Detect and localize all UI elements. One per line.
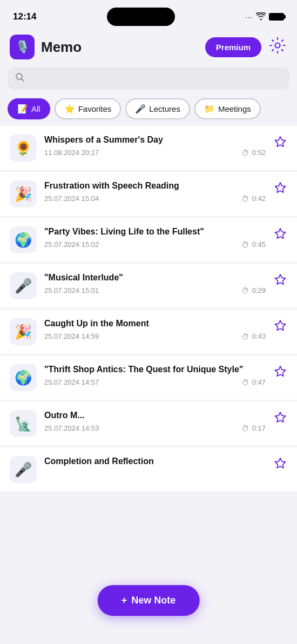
list-item[interactable]: 🌍 "Party Vibes: Living Life to the Fulle… xyxy=(0,218,297,263)
list-item[interactable]: 🎤 Completion and Reflection xyxy=(0,447,297,492)
dynamic-island xyxy=(107,8,175,26)
star-button[interactable] xyxy=(273,364,287,381)
list-item[interactable]: 🎉 Caught Up in the Moment 25.07.2024 14:… xyxy=(0,310,297,354)
clock-icon: ⏱ xyxy=(241,332,249,341)
svg-line-2 xyxy=(22,79,24,82)
star-button[interactable] xyxy=(273,180,287,198)
clock-icon: ⏱ xyxy=(241,286,249,295)
star-button[interactable] xyxy=(273,410,287,427)
filter-tabs: 📝 All ⭐ Favorites 🎤 Lectures 📁 Meetings xyxy=(0,95,297,126)
note-date: 25.07.2024 15:04 xyxy=(44,194,238,203)
new-note-label: New Note xyxy=(131,595,176,606)
clock-icon: ⏱ xyxy=(241,194,249,203)
clock-icon: ⏱ xyxy=(241,378,249,387)
note-meta: 11.08.2024 20:17 ⏱ 0:52 xyxy=(44,149,266,157)
star-button[interactable] xyxy=(273,135,287,152)
note-emoji: 🎉 xyxy=(10,318,37,345)
tab-all-label: All xyxy=(31,104,40,113)
status-icons: ··· xyxy=(245,12,284,22)
tab-favorites[interactable]: ⭐ Favorites xyxy=(55,98,122,119)
note-meta: 25.07.2024 14:57 ⏱ 0:47 xyxy=(44,378,266,387)
note-date: 25.07.2024 14:59 xyxy=(44,332,238,340)
star-button[interactable] xyxy=(273,272,287,290)
notes-list: 🌻 Whispers of a Summer's Day 11.08.2024 … xyxy=(0,126,297,547)
note-duration: 0:43 xyxy=(252,332,266,340)
note-title: Outro M... xyxy=(44,410,266,421)
signal-icon: ··· xyxy=(245,13,253,21)
search-container xyxy=(0,67,297,95)
list-item[interactable]: 🌻 Whispers of a Summer's Day 11.08.2024 … xyxy=(0,126,297,171)
note-duration: 0:45 xyxy=(252,240,266,249)
tab-meetings[interactable]: 📁 Meetings xyxy=(194,98,261,119)
note-duration: 0:47 xyxy=(252,378,266,386)
app-logo: 🎙️ xyxy=(10,35,35,59)
search-bar xyxy=(8,67,289,90)
note-body: "Thrift Shop Antics: The Quest for Uniqu… xyxy=(44,364,266,387)
new-note-icon: + xyxy=(122,595,127,606)
note-emoji: 🗽 xyxy=(10,410,37,437)
note-body: Outro M... 25.07.2024 14:53 ⏱ 0:17 xyxy=(44,410,266,433)
list-item[interactable]: 🎉 Frustration with Speech Reading 25.07.… xyxy=(0,172,297,217)
note-emoji: 🎤 xyxy=(10,272,37,299)
note-meta: 25.07.2024 14:53 ⏱ 0:17 xyxy=(44,424,266,433)
tab-favorites-emoji: ⭐ xyxy=(64,104,75,114)
note-date: 25.07.2024 15:01 xyxy=(44,286,238,294)
note-emoji: 🌻 xyxy=(10,135,37,162)
star-button[interactable] xyxy=(273,226,287,244)
tab-meetings-label: Meetings xyxy=(218,104,251,113)
note-body: "Party Vibes: Living Life to the Fullest… xyxy=(44,226,266,249)
logo-emoji: 🎙️ xyxy=(15,40,30,54)
clock-icon: ⏱ xyxy=(241,424,249,433)
note-body: Caught Up in the Moment 25.07.2024 14:59… xyxy=(44,318,266,341)
note-body: "Musical Interlude" 25.07.2024 15:01 ⏱ 0… xyxy=(44,272,266,295)
tab-all-emoji: 📝 xyxy=(17,104,28,114)
note-meta: 25.07.2024 14:59 ⏱ 0:43 xyxy=(44,332,266,341)
premium-button[interactable]: Premium xyxy=(205,37,261,57)
header: 🎙️ Memo Premium xyxy=(0,30,297,67)
note-title: Whispers of a Summer's Day xyxy=(44,135,266,146)
clock-icon: ⏱ xyxy=(241,149,249,157)
note-duration: 0:29 xyxy=(252,286,266,294)
star-button[interactable] xyxy=(273,318,287,336)
note-title: Caught Up in the Moment xyxy=(44,318,266,330)
note-meta: 25.07.2024 15:01 ⏱ 0:29 xyxy=(44,286,266,295)
note-title: Completion and Reflection xyxy=(44,456,266,467)
note-title: "Thrift Shop Antics: The Quest for Uniqu… xyxy=(44,364,266,375)
list-item[interactable]: 🎤 "Musical Interlude" 25.07.2024 15:01 ⏱… xyxy=(0,264,297,308)
note-body: Completion and Reflection xyxy=(44,456,266,470)
note-meta: 25.07.2024 15:02 ⏱ 0:45 xyxy=(44,240,266,249)
wifi-icon xyxy=(256,12,266,22)
note-duration: 0:52 xyxy=(252,149,266,157)
note-date: 25.07.2024 14:57 xyxy=(44,378,238,386)
tab-all[interactable]: 📝 All xyxy=(8,98,50,119)
settings-button[interactable] xyxy=(268,36,287,59)
tab-meetings-emoji: 📁 xyxy=(204,104,215,114)
search-input[interactable] xyxy=(29,73,282,84)
note-date: 11.08.2024 20:17 xyxy=(44,149,238,157)
note-date: 25.07.2024 14:53 xyxy=(44,424,238,432)
status-time: 12:14 xyxy=(13,11,36,22)
search-icon xyxy=(15,72,25,84)
note-emoji: 🎤 xyxy=(10,456,37,483)
clock-icon: ⏱ xyxy=(241,240,249,249)
note-body: Whispers of a Summer's Day 11.08.2024 20… xyxy=(44,135,266,157)
list-item[interactable]: 🗽 Outro M... 25.07.2024 14:53 ⏱ 0:17 xyxy=(0,401,297,446)
tab-lectures-emoji: 🎤 xyxy=(135,104,146,114)
note-body: Frustration with Speech Reading 25.07.20… xyxy=(44,180,266,203)
star-button[interactable] xyxy=(273,456,287,473)
note-meta: 25.07.2024 15:04 ⏱ 0:42 xyxy=(44,194,266,203)
note-emoji: 🌍 xyxy=(10,226,37,253)
battery-icon xyxy=(269,13,284,21)
note-title: "Musical Interlude" xyxy=(44,272,266,284)
note-duration: 0:42 xyxy=(252,194,266,203)
new-note-button[interactable]: + New Note xyxy=(98,585,200,616)
app-title: Memo xyxy=(41,39,199,56)
note-emoji: 🎉 xyxy=(10,180,37,207)
status-bar: 12:14 ··· xyxy=(0,0,297,30)
tab-favorites-label: Favorites xyxy=(78,104,112,113)
tab-lectures[interactable]: 🎤 Lectures xyxy=(125,98,190,119)
svg-point-0 xyxy=(275,43,280,48)
tab-lectures-label: Lectures xyxy=(149,104,180,113)
list-item[interactable]: 🌍 "Thrift Shop Antics: The Quest for Uni… xyxy=(0,355,297,400)
note-duration: 0:17 xyxy=(252,424,266,432)
